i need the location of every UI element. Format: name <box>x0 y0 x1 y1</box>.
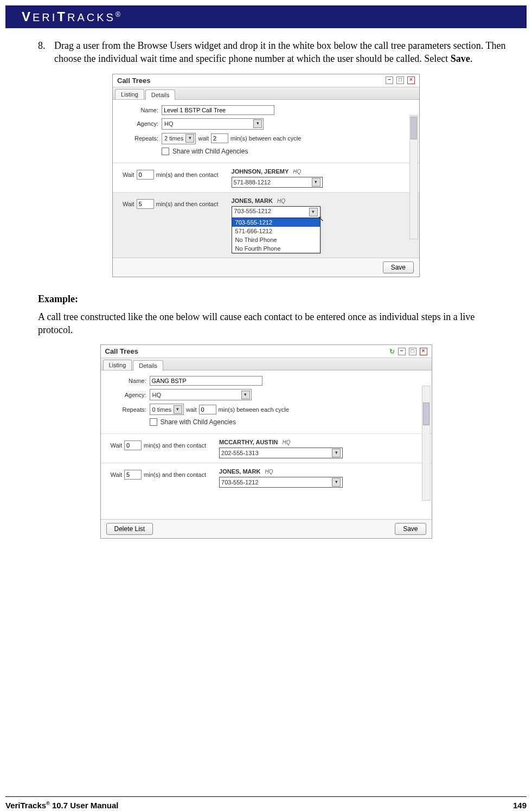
name-input[interactable] <box>162 105 274 115</box>
contact-row: Wait min(s) and then contact JONES, MARK… <box>101 463 432 492</box>
example-heading: Example: <box>38 293 494 305</box>
repeats-label: Repeats: <box>120 135 162 142</box>
contact-row: Wait min(s) and then contact JONES, MARK… <box>113 192 419 258</box>
example-text: A call tree constructed like the one bel… <box>38 310 510 337</box>
dropdown-option[interactable]: 703-555-1212 <box>232 218 320 227</box>
contact-row: Wait min(s) and then contact MCCARTHY, A… <box>101 433 432 463</box>
widget-footer: Save <box>113 258 419 277</box>
contact-name: JONES, MARK <box>219 468 260 475</box>
close-icon[interactable]: × <box>407 76 415 84</box>
tabs: Listing Details <box>101 358 432 371</box>
repeats-select[interactable]: 2 times▾ <box>162 133 196 144</box>
maximize-icon[interactable]: □ <box>396 76 404 84</box>
minimize-icon[interactable]: – <box>386 76 393 84</box>
footer-divider <box>5 796 527 797</box>
contact-name: JOHNSON, JEREMY <box>232 168 289 175</box>
step-number: 8. <box>38 39 54 66</box>
widget-footer: Delete List Save <box>101 519 432 538</box>
contact-wait-input[interactable] <box>124 440 142 450</box>
phone-dropdown[interactable]: 703-555-1212 ▾ 703-555-1212 571-666-1212… <box>232 206 321 253</box>
cursor-icon: ↖ <box>318 214 324 223</box>
contact-org: HQ <box>265 469 273 475</box>
chevron-down-icon: ▾ <box>312 178 321 187</box>
share-label: Share with Child Agencies <box>161 418 236 426</box>
agency-select[interactable]: HQ▾ <box>162 118 264 130</box>
contact-name: MCCARTHY, AUSTIN <box>219 439 278 445</box>
agency-select[interactable]: HQ▾ <box>150 389 252 400</box>
contact-org: HQ <box>293 169 301 175</box>
agency-label: Agency: <box>108 392 150 398</box>
chevron-down-icon: ▾ <box>185 134 194 143</box>
widget-title: Call Trees <box>105 347 138 355</box>
step-text: Drag a user from the Browse Users widget… <box>54 39 510 66</box>
footer-page-number: 149 <box>513 801 527 810</box>
phone-select[interactable]: 571-888-1212▾ <box>232 177 323 188</box>
name-input[interactable] <box>150 376 262 386</box>
repeats-label: Repeats: <box>108 406 150 413</box>
contact-wait-input[interactable] <box>137 199 154 209</box>
page-footer: VeriTracks® 10.7 User Manual 149 <box>5 801 527 810</box>
step-8: 8. Drag a user from the Browse Users wid… <box>38 39 510 66</box>
refresh-icon[interactable]: ↻ <box>389 348 395 355</box>
chevron-down-icon: ▾ <box>309 208 318 216</box>
cycle-wait-input[interactable] <box>211 133 228 143</box>
chevron-down-icon: ▾ <box>332 478 341 487</box>
footer-product: VeriTracks® 10.7 User Manual <box>5 801 118 810</box>
chevron-down-icon: ▾ <box>253 119 262 128</box>
dropdown-option[interactable]: No Fourth Phone <box>232 244 320 253</box>
delete-list-button[interactable]: Delete List <box>106 523 153 535</box>
save-button[interactable]: Save <box>395 523 426 535</box>
cycle-wait-input[interactable] <box>199 405 216 414</box>
tab-listing[interactable]: Listing <box>103 360 132 370</box>
share-checkbox[interactable] <box>150 418 157 426</box>
phone-select[interactable]: 703-555-1212▾ <box>219 477 343 488</box>
maximize-icon[interactable]: □ <box>409 348 416 355</box>
contact-wait-input[interactable] <box>137 170 154 180</box>
call-trees-widget-2: Call Trees ↻ – □ × Listing Details Name: <box>100 344 432 539</box>
contact-org: HQ <box>277 198 285 204</box>
name-label: Name: <box>108 378 150 384</box>
tab-details[interactable]: Details <box>133 360 163 371</box>
widget-title: Call Trees <box>117 76 150 85</box>
repeats-select[interactable]: 0 times▾ <box>150 404 184 415</box>
tab-listing[interactable]: Listing <box>115 89 144 99</box>
phone-select[interactable]: 202-555-1313▾ <box>219 448 343 458</box>
contact-wait-input[interactable] <box>124 470 142 480</box>
chevron-down-icon: ▾ <box>241 391 250 399</box>
widget-title-bar: Call Trees ↻ – □ × <box>101 345 432 358</box>
share-checkbox[interactable] <box>162 148 169 155</box>
dropdown-option[interactable]: 571-666-1212 <box>232 227 320 235</box>
close-icon[interactable]: × <box>420 348 427 355</box>
agency-label: Agency: <box>120 120 162 127</box>
chevron-down-icon: ▾ <box>174 405 182 414</box>
widget-title-bar: Call Trees – □ × <box>113 74 419 87</box>
minimize-icon[interactable]: – <box>398 348 406 355</box>
contact-row: Wait min(s) and then contact JOHNSON, JE… <box>113 163 419 192</box>
call-trees-widget-1: Call Trees – □ × Listing Details Name: A… <box>112 74 420 277</box>
dropdown-option[interactable]: No Third Phone <box>232 235 320 244</box>
name-label: Name: <box>120 107 162 113</box>
save-button[interactable]: Save <box>383 261 414 273</box>
brand-header: VVERITRACKSERITRACKS® <box>5 5 527 28</box>
contact-name: JONES, MARK <box>232 197 273 204</box>
contact-org: HQ <box>282 439 290 445</box>
tabs: Listing Details <box>113 87 419 100</box>
share-label: Share with Child Agencies <box>172 148 248 155</box>
tab-details[interactable]: Details <box>145 90 176 100</box>
brand-logo: VVERITRACKSERITRACKS® <box>22 9 120 24</box>
chevron-down-icon: ▾ <box>332 449 341 457</box>
